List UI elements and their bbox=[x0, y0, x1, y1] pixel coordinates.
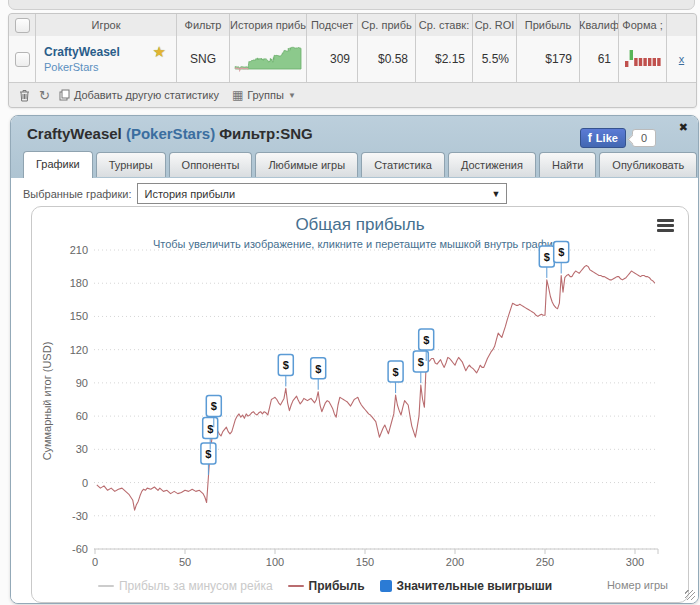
svg-text:$: $ bbox=[558, 246, 564, 258]
table-row: CraftyWeasel PokerStars ★ SNG 309 $0.58 … bbox=[9, 36, 696, 82]
tab-statistics[interactable]: Статистика bbox=[361, 152, 445, 177]
y-tick-label: 180 bbox=[70, 277, 88, 289]
chart-legend: Прибыль за минусом рейка Прибыль Значите… bbox=[32, 579, 618, 593]
tab-find[interactable]: Найти bbox=[539, 152, 596, 177]
form-loss-bar bbox=[648, 58, 651, 66]
y-tick-label: 120 bbox=[70, 344, 88, 356]
tab-charts[interactable]: Графики bbox=[23, 151, 93, 178]
tab-favorite-games[interactable]: Любимые игры bbox=[255, 152, 358, 177]
col-avg-stake[interactable]: Ср. ставк: bbox=[416, 14, 472, 36]
stats-table: Игрок Фильтр История прибь Подсчет Ср. п… bbox=[8, 13, 697, 108]
panel-title: CraftyWeasel (PokerStars) Фильтр:SNG bbox=[27, 125, 313, 142]
resize-grip[interactable] bbox=[685, 590, 695, 600]
tab-tournaments[interactable]: Турниры bbox=[96, 152, 166, 177]
player-cell: CraftyWeasel PokerStars ★ bbox=[36, 36, 176, 82]
refresh-icon[interactable]: ↻ bbox=[39, 89, 50, 102]
form-loss-bar bbox=[657, 58, 660, 66]
form-loss-bar bbox=[625, 61, 628, 67]
y-tick-label: -30 bbox=[72, 510, 88, 522]
significant-win-marker[interactable]: $ bbox=[539, 246, 554, 278]
profit-line-series[interactable] bbox=[97, 266, 655, 511]
y-tick-label: -60 bbox=[72, 543, 88, 555]
col-profit-history[interactable]: История прибь bbox=[230, 14, 306, 36]
chart-selector-label: Выбранные графики: bbox=[23, 188, 131, 200]
svg-text:$: $ bbox=[393, 366, 399, 378]
row-checkbox[interactable] bbox=[15, 52, 30, 67]
col-player[interactable]: Игрок bbox=[36, 14, 176, 36]
tab-bar: Графики Турниры Оппоненты Любимые игры С… bbox=[23, 151, 697, 177]
filter-cell: SNG bbox=[177, 36, 229, 82]
copy-icon bbox=[59, 89, 70, 101]
groups-button[interactable]: ▦ Группы ▼ bbox=[232, 89, 296, 101]
col-filter[interactable]: Фильтр bbox=[177, 14, 229, 36]
count-cell: 309 bbox=[307, 36, 357, 82]
x-tick-label: 200 bbox=[446, 556, 464, 568]
facebook-like-widget: fLike 0 bbox=[580, 128, 656, 148]
y-tick-label: 210 bbox=[70, 244, 88, 256]
tab-publish[interactable]: Опубликовать bbox=[599, 152, 697, 177]
significant-win-marker[interactable]: $ bbox=[388, 361, 403, 393]
col-count[interactable]: Подсчет bbox=[307, 14, 357, 36]
form-loss-bar bbox=[634, 58, 637, 66]
col-remove bbox=[667, 14, 696, 36]
remove-cell: x bbox=[667, 36, 696, 82]
chart-canvas: 2101801501209060300-30-60050100150200250… bbox=[32, 207, 688, 602]
like-count-badge: 0 bbox=[632, 129, 656, 147]
add-statistic-button[interactable]: Добавить другую статистику bbox=[59, 89, 219, 101]
player-name-link[interactable]: CraftyWeasel bbox=[44, 45, 120, 59]
y-tick-label: 30 bbox=[76, 443, 88, 455]
chevron-down-icon: ▼ bbox=[492, 189, 501, 199]
trash-icon[interactable] bbox=[19, 89, 30, 102]
facebook-icon: f bbox=[588, 131, 592, 145]
col-qualif[interactable]: Квалиф bbox=[580, 14, 618, 36]
y-axis-title: Суммарный итог (USD) bbox=[41, 331, 53, 471]
col-avg-profit[interactable]: Ср. прибь bbox=[358, 14, 415, 36]
table-toolbar: ↻ Добавить другую статистику ▦ Группы ▼ bbox=[9, 82, 696, 107]
x-tick-label: 50 bbox=[179, 556, 191, 568]
tab-opponents[interactable]: Оппоненты bbox=[169, 152, 253, 177]
col-form[interactable]: Форма ; bbox=[619, 14, 666, 36]
select-all-checkbox[interactable] bbox=[15, 18, 30, 33]
facebook-like-button[interactable]: fLike bbox=[580, 128, 626, 148]
profit-cell: $179 bbox=[517, 36, 579, 82]
line-symbol-icon bbox=[98, 585, 114, 587]
col-avg-roi[interactable]: Ср. ROI bbox=[473, 14, 516, 36]
avg-profit-cell: $0.58 bbox=[358, 36, 415, 82]
panel-body: Выбранные графики: История прибыли ▼ Общ… bbox=[11, 178, 698, 603]
remove-row-link[interactable]: x bbox=[679, 53, 685, 65]
row-select-cell bbox=[9, 36, 35, 82]
site-link[interactable]: (PokerStars) bbox=[126, 125, 215, 142]
grid-icon: ▦ bbox=[232, 89, 243, 101]
player-site-link[interactable]: PokerStars bbox=[44, 61, 98, 73]
close-icon[interactable]: ✖ bbox=[679, 121, 688, 134]
line-symbol-icon bbox=[288, 585, 304, 587]
stats-table-header: Игрок Фильтр История прибь Подсчет Ср. п… bbox=[9, 14, 696, 36]
legend-item-rake[interactable]: Прибыль за минусом рейка bbox=[98, 579, 273, 593]
significant-win-marker[interactable]: $ bbox=[311, 358, 326, 390]
legend-item-wins[interactable]: Значительные выигрыши bbox=[380, 579, 553, 593]
avg-stake-cell: $2.15 bbox=[416, 36, 472, 82]
chart-selector[interactable]: История прибыли ▼ bbox=[137, 183, 507, 204]
x-tick-label: 0 bbox=[92, 556, 98, 568]
avg-roi-cell: 5.5% bbox=[473, 36, 516, 82]
form-win-bar bbox=[629, 50, 632, 60]
profit-chart: Общая прибыль Чтобы увеличить изображени… bbox=[31, 206, 689, 603]
form-loss-bar bbox=[652, 58, 655, 66]
previous-panel-edge bbox=[8, 0, 695, 10]
significant-win-marker[interactable]: $ bbox=[554, 241, 569, 273]
legend-item-profit[interactable]: Прибыль bbox=[288, 579, 365, 593]
tab-achievements[interactable]: Достижения bbox=[448, 152, 536, 177]
form-loss-bar bbox=[638, 58, 641, 66]
y-tick-label: 90 bbox=[76, 377, 88, 389]
qualif-cell: 61 bbox=[580, 36, 618, 82]
col-profit[interactable]: Прибыль bbox=[517, 14, 579, 36]
chevron-down-icon: ▼ bbox=[288, 91, 296, 100]
significant-win-marker[interactable]: $ bbox=[201, 443, 216, 475]
svg-text:$: $ bbox=[211, 400, 217, 412]
form-loss-bar bbox=[643, 58, 646, 66]
svg-text:$: $ bbox=[315, 363, 321, 375]
select-all-cell bbox=[9, 14, 35, 36]
significant-win-marker[interactable]: $ bbox=[278, 354, 293, 386]
form-cell bbox=[619, 36, 666, 82]
y-tick-label: 150 bbox=[70, 310, 88, 322]
